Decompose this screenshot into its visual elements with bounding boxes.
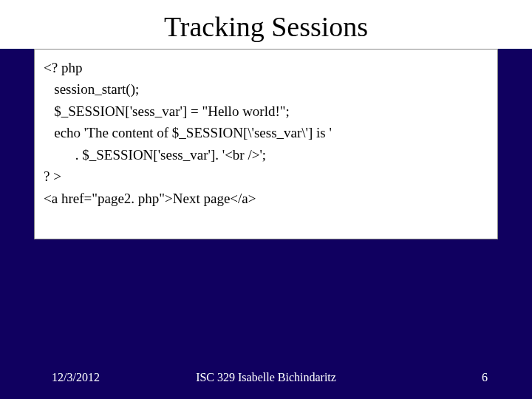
code-line: ? >	[44, 166, 488, 187]
slide-title: Tracking Sessions	[0, 0, 532, 49]
footer-page: 6	[482, 371, 488, 384]
code-line: echo 'The content of $_SESSION[\'sess_va…	[44, 122, 488, 143]
code-line: session_start();	[44, 78, 488, 100]
footer-date: 12/3/2012	[52, 371, 100, 384]
code-box: <? php session_start(); $_SESSION['sess_…	[34, 49, 498, 239]
code-line: <? php	[44, 57, 488, 78]
code-line: . $_SESSION['sess_var']. '<br />';	[44, 144, 488, 166]
footer: 12/3/2012 ISC 329 Isabelle Bichindaritz …	[0, 371, 532, 384]
code-line: $_SESSION['sess_var'] = "Hello world!";	[44, 100, 488, 122]
footer-course: ISC 329 Isabelle Bichindaritz	[196, 371, 336, 384]
code-line: <a href="page2. php">Next page</a>	[44, 188, 488, 209]
